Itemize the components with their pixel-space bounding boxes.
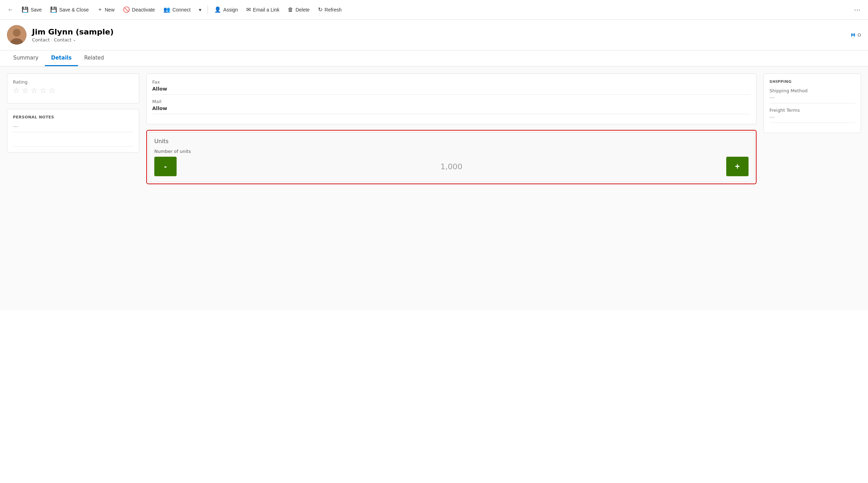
dot-separator: ·	[51, 37, 53, 42]
units-card: Units Number of units - 1,000 +	[148, 132, 754, 182]
dropdown-button[interactable]: ▾	[195, 5, 205, 15]
assign-icon: 👤	[214, 6, 221, 13]
back-icon: ←	[8, 7, 13, 13]
tab-summary[interactable]: Summary	[7, 50, 45, 66]
rating-card: Rating ☆ ☆ ☆ ☆ ☆	[7, 73, 139, 103]
main-content: Rating ☆ ☆ ☆ ☆ ☆ PERSONAL NOTES --- Fax …	[0, 67, 868, 310]
tab-related[interactable]: Related	[78, 50, 110, 66]
connect-button[interactable]: 👥 Connect	[160, 4, 194, 15]
back-button[interactable]: ←	[4, 5, 17, 15]
star-2[interactable]: ☆	[22, 86, 29, 95]
delete-button[interactable]: 🗑 Delete	[284, 5, 313, 15]
freight-terms-value: ---	[769, 114, 855, 123]
save-button[interactable]: 💾 Save	[18, 4, 45, 15]
email-link-button[interactable]: ✉ Email a Link	[243, 4, 283, 15]
record-name: Jim Glynn (sample)	[32, 28, 114, 36]
header-initial-o: O	[858, 32, 861, 38]
col-middle: Fax Allow Mail Allow Units Number of uni…	[139, 73, 764, 303]
units-field-label: Number of units	[154, 149, 749, 154]
units-title: Units	[154, 138, 749, 145]
star-5[interactable]: ☆	[49, 86, 56, 95]
save-close-icon: 💾	[50, 6, 57, 13]
header-initial-m: M	[851, 32, 855, 38]
toolbar-divider	[208, 6, 208, 14]
star-4[interactable]: ☆	[40, 86, 47, 95]
more-button[interactable]: ⋯	[851, 4, 864, 16]
refresh-button[interactable]: ↻ Refresh	[315, 4, 345, 15]
units-outer-container: Units Number of units - 1,000 +	[146, 130, 757, 184]
deactivate-icon: 🚫	[123, 6, 130, 13]
col-right: SHIPPING Shipping Method --- Freight Ter…	[764, 73, 861, 303]
delete-icon: 🗑	[288, 7, 293, 13]
email-link-icon: ✉	[246, 6, 251, 13]
stars-container[interactable]: ☆ ☆ ☆ ☆ ☆	[13, 86, 133, 95]
shipping-card: SHIPPING Shipping Method --- Freight Ter…	[764, 73, 861, 133]
new-icon: ＋	[97, 6, 103, 13]
star-3[interactable]: ☆	[31, 86, 38, 95]
fax-perm-value: Allow	[152, 86, 751, 95]
personal-notes-title: PERSONAL NOTES	[13, 115, 133, 119]
personal-notes-value: ---	[13, 124, 133, 132]
units-value: 1,000	[177, 162, 726, 171]
fax-label: Fax	[152, 79, 751, 85]
toolbar: ← 💾 Save 💾 Save & Close ＋ New 🚫 Deactiva…	[0, 0, 868, 20]
avatar	[7, 25, 26, 45]
assign-button[interactable]: 👤 Assign	[211, 4, 241, 15]
connect-icon: 👥	[163, 6, 170, 13]
rating-label: Rating	[13, 79, 133, 85]
svg-point-1	[13, 29, 21, 37]
record-subtitle: Contact · Contact ⌄	[32, 37, 114, 42]
record-type1: Contact	[32, 37, 50, 42]
units-controls: - 1,000 +	[154, 157, 749, 176]
freight-terms-label: Freight Terms	[769, 108, 855, 113]
mail-label: Mail	[152, 99, 751, 104]
save-close-button[interactable]: 💾 Save & Close	[47, 4, 92, 15]
personal-notes-card: PERSONAL NOTES ---	[7, 109, 139, 153]
tab-bar: Summary Details Related	[0, 50, 868, 67]
units-increment-button[interactable]: +	[726, 157, 749, 176]
record-type2: Contact	[54, 37, 72, 42]
star-1[interactable]: ☆	[13, 86, 20, 95]
deactivate-button[interactable]: 🚫 Deactivate	[119, 4, 158, 15]
col-left: Rating ☆ ☆ ☆ ☆ ☆ PERSONAL NOTES ---	[7, 73, 139, 303]
record-info: Jim Glynn (sample) Contact · Contact ⌄	[32, 28, 114, 42]
shipping-title: SHIPPING	[769, 79, 855, 84]
header-right: M O	[851, 32, 861, 38]
shipping-method-label: Shipping Method	[769, 88, 855, 93]
units-decrement-button[interactable]: -	[154, 157, 177, 176]
record-header: Jim Glynn (sample) Contact · Contact ⌄ M…	[0, 20, 868, 50]
record-type-chevron[interactable]: ⌄	[73, 38, 76, 42]
refresh-icon: ↻	[318, 6, 323, 13]
mail-perm-value: Allow	[152, 106, 751, 114]
save-icon: 💾	[22, 6, 29, 13]
tab-details[interactable]: Details	[45, 50, 78, 66]
new-button[interactable]: ＋ New	[94, 4, 118, 15]
shipping-method-value: ---	[769, 95, 855, 103]
contact-prefs-card: Fax Allow Mail Allow	[146, 73, 757, 124]
